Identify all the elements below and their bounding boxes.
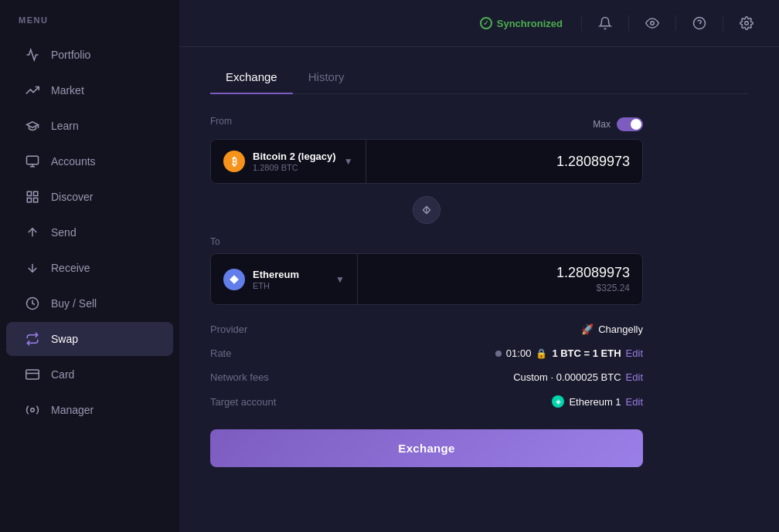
target-account-label: Target account xyxy=(210,396,276,408)
sidebar-item-portfolio-label: Portfolio xyxy=(51,49,90,61)
rate-time: 01:00 xyxy=(506,347,532,359)
sidebar-item-learn[interactable]: Learn xyxy=(6,109,173,143)
target-account-name: Ethereum 1 xyxy=(569,396,621,408)
divider-1 xyxy=(581,15,582,31)
sidebar-item-portfolio[interactable]: Portfolio xyxy=(6,38,173,72)
to-amount-usd: $325.24 xyxy=(597,283,630,293)
to-currency-row: Ethereum ETH ▼ 1.28089973 $325.24 xyxy=(210,253,643,305)
from-amount-field[interactable]: 1.28089973 xyxy=(366,140,642,183)
content-area: Exchange History From Max ₿ Bitcoin 2 (l… xyxy=(179,47,779,532)
sidebar-item-card[interactable]: Card xyxy=(6,357,173,391)
header: ✓ Synchronized xyxy=(179,0,779,47)
network-fees-edit-link[interactable]: Edit xyxy=(626,371,643,383)
from-label: From xyxy=(210,116,232,127)
sidebar-item-buy-sell[interactable]: Buy / Sell xyxy=(6,286,173,320)
main-content: ✓ Synchronized xyxy=(179,0,779,532)
sidebar-item-send[interactable]: Send xyxy=(6,215,173,249)
max-label: Max xyxy=(593,119,611,130)
sidebar-item-manager[interactable]: Manager xyxy=(6,393,173,427)
to-amount-value: 1.28089973 xyxy=(556,265,630,281)
details-section: Provider 🚀 Changelly Rate 01:00 🔒 1 BTC … xyxy=(210,324,643,408)
sync-status: ✓ Synchronized xyxy=(480,17,563,29)
rate-label: Rate xyxy=(210,347,231,359)
discover-icon xyxy=(25,189,40,205)
exchange-form: From Max ₿ Bitcoin 2 (legacy) 1.2809 BTC… xyxy=(210,116,643,467)
sidebar: MENU Portfolio Market Learn xyxy=(0,0,179,532)
svg-point-14 xyxy=(745,22,749,25)
provider-name: Changelly xyxy=(598,324,643,335)
network-fees-value: Custom · 0.000025 BTC Edit xyxy=(513,371,643,383)
network-fees-text: Custom · 0.000025 BTC xyxy=(513,371,621,383)
from-amount-value: 1.28089973 xyxy=(556,154,630,170)
accounts-icon xyxy=(25,154,40,169)
svg-rect-1 xyxy=(27,191,31,195)
settings-button[interactable] xyxy=(733,9,760,37)
swap-icon xyxy=(25,331,40,347)
network-fees-row: Network fees Custom · 0.000025 BTC Edit xyxy=(210,371,643,383)
svg-point-11 xyxy=(651,22,655,25)
from-currency-row: ₿ Bitcoin 2 (legacy) 1.2809 BTC ▼ 1.2808… xyxy=(210,139,643,184)
notifications-button[interactable] xyxy=(591,9,619,37)
svg-point-10 xyxy=(31,408,35,412)
from-currency-sub: 1.2809 BTC xyxy=(253,163,336,172)
rate-edit-link[interactable]: Edit xyxy=(626,347,643,359)
to-chevron-icon: ▼ xyxy=(335,274,345,285)
rate-row: Rate 01:00 🔒 1 BTC = 1 ETH Edit xyxy=(210,347,643,359)
swap-direction-button[interactable] xyxy=(413,196,441,224)
sidebar-item-market-label: Market xyxy=(51,84,84,97)
sync-icon: ✓ xyxy=(480,17,492,29)
lock-icon: 🔒 xyxy=(536,348,547,359)
divider-3 xyxy=(675,15,676,31)
from-currency-select[interactable]: ₿ Bitcoin 2 (legacy) 1.2809 BTC ▼ xyxy=(211,140,366,183)
from-chevron-icon: ▼ xyxy=(344,156,353,167)
svg-marker-16 xyxy=(230,275,239,284)
provider-label: Provider xyxy=(210,324,247,335)
to-currency-sub: ETH xyxy=(253,281,328,290)
to-currency-name: Ethereum xyxy=(253,269,328,280)
rate-text: 1 BTC = 1 ETH xyxy=(552,347,621,359)
tabs: Exchange History xyxy=(210,63,748,94)
rate-dot-icon xyxy=(495,351,502,357)
target-account-row: Target account ◈ Ethereum 1 Edit xyxy=(210,395,643,408)
receive-icon xyxy=(25,260,40,276)
help-button[interactable] xyxy=(685,9,713,37)
exchange-button[interactable]: Exchange xyxy=(210,429,643,467)
visibility-button[interactable] xyxy=(638,9,666,37)
from-currency-info: Bitcoin 2 (legacy) 1.2809 BTC xyxy=(253,151,336,172)
target-account-edit-link[interactable]: Edit xyxy=(626,396,643,408)
send-icon xyxy=(25,225,40,240)
provider-value: 🚀 Changelly xyxy=(581,324,643,335)
rate-value: 01:00 🔒 1 BTC = 1 ETH Edit xyxy=(495,347,643,359)
sidebar-item-accounts[interactable]: Accounts xyxy=(6,144,173,178)
divider-4 xyxy=(723,15,723,31)
sidebar-item-receive[interactable]: Receive xyxy=(6,251,173,285)
portfolio-icon xyxy=(25,47,40,63)
svg-rect-4 xyxy=(27,198,31,202)
menu-label: MENU xyxy=(0,15,179,37)
sidebar-item-accounts-label: Accounts xyxy=(51,155,96,168)
learn-icon xyxy=(25,118,40,134)
sidebar-item-swap[interactable]: Swap xyxy=(6,322,173,356)
network-fees-label: Network fees xyxy=(210,371,269,383)
from-currency-name: Bitcoin 2 (legacy) xyxy=(253,151,336,162)
to-currency-icon xyxy=(223,269,245,290)
sidebar-item-discover-label: Discover xyxy=(51,191,93,203)
sidebar-item-card-label: Card xyxy=(51,368,74,381)
swap-arrow-container xyxy=(210,196,643,224)
max-toggle-switch[interactable] xyxy=(617,117,643,131)
sidebar-item-send-label: Send xyxy=(51,226,77,239)
sidebar-item-manager-label: Manager xyxy=(51,404,94,416)
provider-icon: 🚀 xyxy=(581,324,594,335)
provider-row: Provider 🚀 Changelly xyxy=(210,324,643,335)
sidebar-item-market[interactable]: Market xyxy=(6,73,173,107)
sidebar-item-learn-label: Learn xyxy=(51,120,79,132)
max-toggle-container: Max xyxy=(593,117,643,131)
manager-icon xyxy=(25,402,40,418)
tab-exchange[interactable]: Exchange xyxy=(210,63,293,94)
market-icon xyxy=(25,83,40,98)
svg-rect-8 xyxy=(26,370,39,379)
target-account-value: ◈ Ethereum 1 Edit xyxy=(552,395,643,408)
sidebar-item-discover[interactable]: Discover xyxy=(6,180,173,214)
to-currency-select[interactable]: Ethereum ETH ▼ xyxy=(211,254,358,304)
tab-history[interactable]: History xyxy=(293,63,360,94)
